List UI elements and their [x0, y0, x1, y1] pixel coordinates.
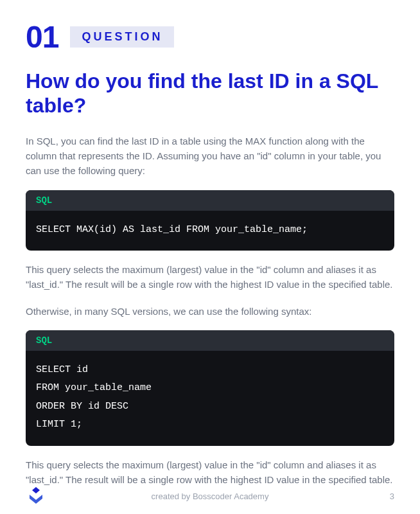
code-block-2: SQL SELECT id FROM your_table_name ORDER…	[26, 330, 394, 446]
question-number: 01	[26, 19, 58, 55]
svg-marker-0	[32, 487, 40, 493]
code-body: SELECT id FROM your_table_name ORDER BY …	[26, 351, 394, 446]
question-badge: QUESTION	[70, 26, 174, 48]
page-content: 01 QUESTION How do you find the last ID …	[0, 0, 420, 487]
transition-paragraph: Otherwise, in many SQL versions, we can …	[26, 304, 394, 319]
footer: created by Bosscoder Academy 3	[26, 486, 394, 506]
header-row: 01 QUESTION	[26, 19, 394, 55]
explanation-paragraph-1: This query selects the maximum (largest)…	[26, 262, 394, 292]
code-block-1: SQL SELECT MAX(id) AS last_id FROM your_…	[26, 190, 394, 251]
explanation-paragraph-2: This query selects the maximum (largest)…	[26, 457, 394, 488]
logo-icon	[26, 486, 46, 506]
page-number: 3	[390, 492, 394, 501]
intro-paragraph: In SQL, you can find the last ID in a ta…	[26, 134, 394, 179]
footer-credit: created by Bosscoder Academy	[152, 492, 269, 501]
code-lang-label: SQL	[26, 330, 394, 351]
code-body: SELECT MAX(id) AS last_id FROM your_tabl…	[26, 211, 394, 251]
code-lang-label: SQL	[26, 190, 394, 211]
page-title: How do you find the last ID in a SQL tab…	[26, 69, 394, 118]
